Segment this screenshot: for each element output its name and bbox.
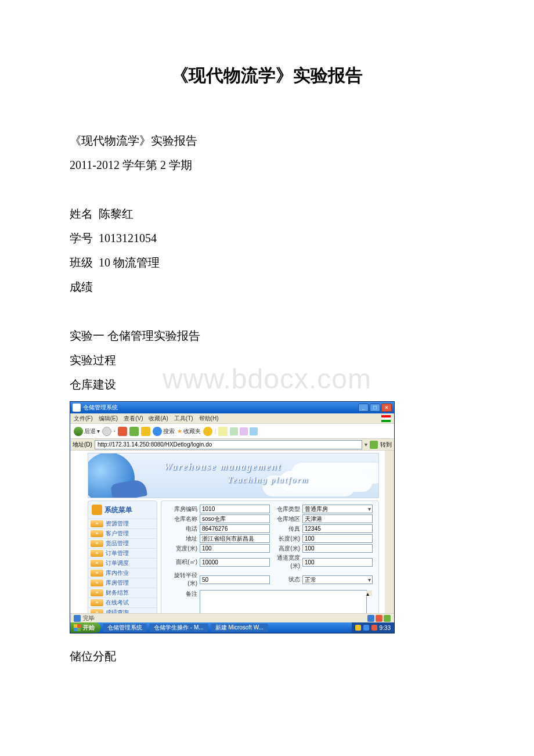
refresh-icon[interactable]	[129, 427, 139, 436]
sidebar-item-label: 订单调度	[106, 559, 129, 567]
address-dropdown-icon[interactable]: ▾	[365, 441, 367, 448]
field-input[interactable]: 普通库房	[302, 505, 373, 513]
field-input[interactable]: 100	[302, 558, 373, 567]
field-input[interactable]: 12345	[302, 524, 373, 533]
field-input[interactable]: 100	[200, 544, 270, 553]
sidebar-item-label: 订单管理	[106, 549, 129, 557]
chevron-icon: »	[91, 599, 103, 606]
close-button[interactable]: ×	[381, 404, 392, 412]
home-icon[interactable]	[141, 427, 150, 436]
sidebar-item[interactable]: »资源管理	[88, 519, 157, 528]
sidebar-item[interactable]: »在线考试	[88, 597, 157, 607]
menu-file[interactable]: 文件(F)	[74, 415, 93, 423]
sidebar-item[interactable]: »货品管理	[88, 538, 157, 548]
field-input[interactable]: 100	[302, 544, 373, 553]
form-field: 仓库地区天津港	[270, 514, 373, 523]
chevron-icon: »	[91, 520, 103, 527]
go-button[interactable]	[370, 441, 378, 449]
field-grade: 成绩	[70, 275, 464, 299]
banner: Warehouse management Teaching platform	[88, 453, 379, 498]
field-input[interactable]: 正常	[302, 575, 373, 584]
forward-icon[interactable]	[102, 427, 111, 436]
sidebar-item-label: 资源管理	[106, 520, 129, 528]
menu-edit[interactable]: 编辑(E)	[99, 415, 118, 423]
menu-fav[interactable]: 收藏(A)	[149, 415, 168, 423]
sidebar-item[interactable]: »库房管理	[88, 578, 157, 588]
section1-title: 实验一 仓储管理实验报告	[70, 323, 464, 348]
field-input[interactable]: soso仓库	[200, 514, 270, 523]
sidebar-item-label: 客户管理	[106, 530, 129, 538]
sidebar: 系统菜单 »资源管理»客户管理»货品管理»订单管理»订单调度»库内作业»库房管理…	[88, 501, 157, 624]
tray-icon	[355, 625, 361, 631]
taskbar-item-1[interactable]: 仓储管理系统	[103, 624, 147, 632]
app-icon	[73, 404, 81, 412]
sidebar-header-icon	[92, 505, 102, 515]
sidebar-item-label: 在线考试	[106, 599, 129, 607]
field-label: 宽度(米)	[167, 545, 200, 553]
field-input[interactable]: 天津港	[302, 514, 373, 523]
menu-help[interactable]: 帮助(H)	[199, 415, 219, 423]
tray-icon	[363, 625, 369, 631]
chevron-icon: »	[91, 579, 103, 586]
taskbar: 开始 仓储管理系统 仓储学生操作 - M... 新建 Microsoft W..…	[70, 622, 394, 633]
form-field: 状态正常	[270, 571, 373, 588]
page-viewport: Warehouse management Teaching platform 系…	[70, 451, 394, 624]
sidebar-item[interactable]: »订单管理	[88, 548, 157, 558]
field-name: 姓名 陈黎红	[70, 201, 464, 226]
banner-line2: Teaching platform	[228, 476, 309, 485]
page-title: 《现代物流学》实验报告	[70, 64, 464, 88]
form-field: 宽度(米)100	[167, 544, 270, 553]
history-icon[interactable]	[203, 427, 212, 436]
minimize-button[interactable]: _	[358, 404, 369, 412]
semester-line: 2011-2012 学年第 2 学期	[70, 153, 464, 177]
stop-icon[interactable]	[118, 427, 127, 436]
field-input[interactable]: 浙江省绍兴市新昌县	[200, 534, 270, 543]
address-bar: 地址(D) ▾ 转到	[70, 439, 394, 451]
chevron-icon: »	[91, 570, 103, 577]
status-bar: 完毕	[70, 613, 394, 622]
back-button[interactable]: 后退 ▾	[74, 427, 100, 436]
sidebar-item[interactable]: »库内作业	[88, 568, 157, 578]
field-label: 旋转半径(米)	[167, 571, 200, 588]
section1-sub3: 储位分配	[70, 644, 464, 668]
mail-icon[interactable]	[218, 427, 228, 436]
status-zone-icons	[367, 615, 391, 622]
toolbar: 后退 ▾ · 搜索 ★收藏夹 |	[70, 424, 394, 439]
form-field: 传真12345	[270, 524, 373, 533]
form-field: 面积(㎡)10000	[167, 554, 270, 570]
field-label: 通道宽度(米)	[270, 554, 302, 570]
form-field: 库房编码1010	[167, 505, 270, 513]
sidebar-item-label: 财务结算	[106, 589, 129, 597]
favorites-button[interactable]: ★收藏夹	[177, 427, 201, 435]
sidebar-header: 系统菜单	[88, 503, 157, 519]
menu-view[interactable]: 查看(V)	[124, 415, 143, 423]
taskbar-item-2[interactable]: 仓储学生操作 - M...	[149, 624, 208, 632]
sidebar-item[interactable]: »订单调度	[88, 558, 157, 568]
field-label: 电话	[167, 525, 200, 533]
field-input[interactable]: 10000	[200, 558, 270, 567]
maximize-button[interactable]: □	[370, 404, 380, 412]
form-field: 仓库名称soso仓库	[167, 514, 270, 523]
sidebar-item[interactable]: »客户管理	[88, 528, 157, 538]
sep: ·	[114, 428, 116, 434]
field-input[interactable]: 100	[302, 534, 373, 543]
field-label: 状态	[270, 575, 302, 584]
embedded-screenshot: 仓储管理系统 _ □ × 文件(F) 编辑(E) 查看(V) 收藏(A) 工具(…	[70, 401, 395, 633]
status-page-icon	[74, 615, 81, 622]
menu-tools[interactable]: 工具(T)	[174, 415, 193, 423]
scroll-up-icon[interactable]: ▴	[366, 591, 372, 596]
search-button[interactable]: 搜索	[153, 427, 175, 436]
start-button[interactable]: 开始	[70, 622, 100, 633]
taskbar-item-3[interactable]: 新建 Microsoft W...	[211, 624, 268, 632]
status-text: 完毕	[83, 614, 95, 622]
field-label: 长度(米)	[270, 535, 302, 543]
chevron-icon: »	[91, 530, 103, 537]
windows-logo-icon	[74, 624, 81, 631]
field-input[interactable]: 86476276	[200, 524, 270, 533]
address-input[interactable]	[95, 440, 362, 449]
sidebar-item[interactable]: »财务结算	[88, 588, 157, 597]
field-input[interactable]: 50	[200, 575, 270, 584]
field-input[interactable]: 1010	[200, 505, 270, 513]
form-field: 旋转半径(米)50	[167, 571, 270, 588]
window-titlebar: 仓储管理系统 _ □ ×	[70, 402, 394, 413]
